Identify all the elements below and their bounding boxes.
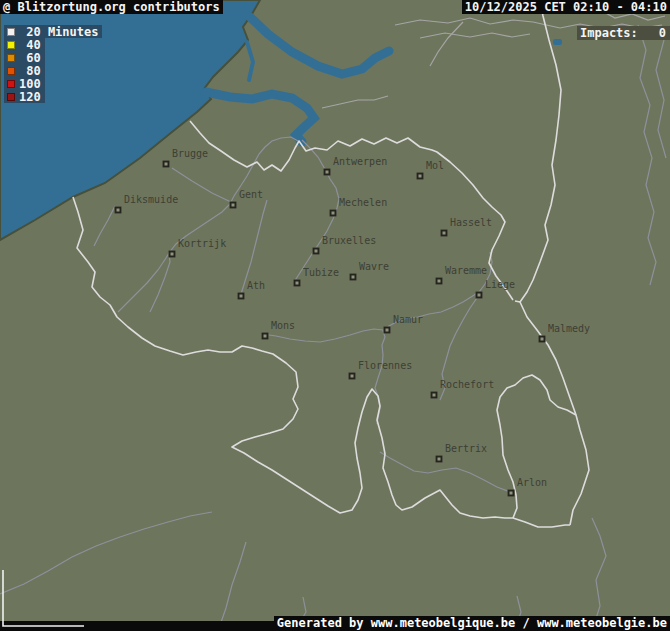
scale-bracket [0,0,670,631]
lightning-map: BruggeAntwerpenMolDiksmuideGentMechelenH… [0,0,670,631]
